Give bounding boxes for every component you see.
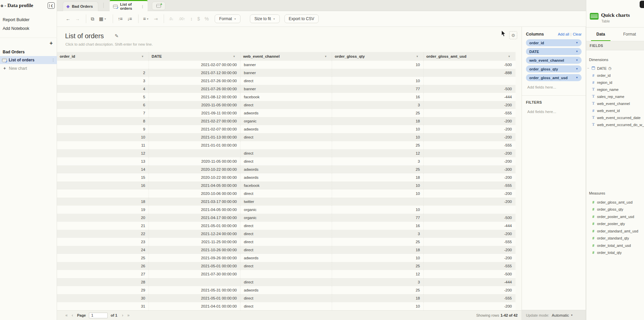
table-row[interactable]: 162021-04-05 00:00:00facebook10-555 — [57, 181, 516, 190]
next-page-button[interactable]: › — [122, 313, 123, 318]
table-row[interactable]: 262021-05-01 00:00:00direct25-555 — [57, 262, 516, 270]
measure-order_poster_amt_usd[interactable]: #order_poster_amt_usd — [586, 213, 644, 220]
column-pill-order_gloss_qty[interactable]: order_gloss_qty▼ — [526, 65, 582, 72]
sidebar-item-add-notebook[interactable]: Add Notebook — [3, 26, 29, 31]
tab-menu-icon[interactable]: ⋮ — [141, 5, 144, 8]
sort-caret-icon[interactable]: ▼ — [508, 55, 511, 58]
filters-add-fields-dropzone[interactable]: Add fields here... — [527, 110, 586, 114]
chart-type-icon[interactable]: ▦▼ — [99, 16, 106, 21]
dimension-web_event_occurred_date[interactable]: Tweb_event_occurred_date — [586, 114, 644, 121]
page-input[interactable] — [89, 313, 108, 318]
measure-order_gloss_qty[interactable]: #order_gloss_qty — [586, 206, 644, 213]
tab-list-of-orders[interactable]: List of orders ⋮ — [110, 0, 148, 11]
tab-format[interactable]: Format — [615, 28, 644, 41]
sort-caret-icon[interactable]: ▼ — [324, 55, 327, 58]
tab-bad-orders[interactable]: ◈ Bad Orders — [63, 1, 98, 11]
measure-order_total_qty[interactable]: #order_total_qty — [586, 249, 644, 256]
pill-chevron-icon[interactable]: ▼ — [576, 76, 578, 79]
table-row[interactable]: 62020-11-05 00:00:00direct3-200 — [57, 101, 516, 109]
column-header-order_gloss_qty[interactable]: order_gloss_qty▼ — [332, 52, 423, 61]
sort-ascending-icon[interactable]: ↑≡ — [118, 16, 122, 21]
sidebar-item-bad-orders[interactable]: Bad Orders — [3, 50, 24, 54]
tab-data[interactable]: Data — [586, 28, 615, 41]
sort-descending-icon[interactable]: ↓≡ — [127, 16, 131, 21]
table-row[interactable]: 32021-07-26 00:00:00direct10 — [57, 77, 516, 85]
align-icon[interactable]: ≡▼ — [143, 16, 149, 21]
pill-chevron-icon[interactable]: ▼ — [576, 59, 578, 62]
chart-title[interactable]: List of orders — [65, 32, 104, 40]
format-button[interactable]: Format▼ — [215, 14, 240, 23]
prev-page-button[interactable]: ‹ — [72, 313, 73, 318]
table-row[interactable]: 28direct3-444 — [57, 278, 516, 286]
sort-caret-icon[interactable]: ▼ — [233, 55, 235, 58]
edit-title-icon[interactable]: ✎ — [115, 33, 119, 39]
table-row[interactable]: 2020-10-06 00:00:00direct10-200 — [57, 190, 516, 198]
table-row[interactable]: 232021-11-25 00:00:00direct25-555 — [57, 238, 516, 246]
table-row[interactable]: 112021-01-01 00:00:0025-555 — [57, 141, 516, 149]
measure-order_standard_qty[interactable]: #order_standard_qty — [586, 235, 644, 242]
dimension-DATE[interactable]: −DATE◷ — [586, 65, 644, 72]
columns-add-fields-dropzone[interactable]: Add fields here... — [527, 85, 586, 89]
column-pill-web_event_channel[interactable]: web_event_channel▼ — [526, 57, 582, 64]
sidebar-collapse-button[interactable]: ❮ — [48, 2, 55, 9]
sidebar-item-report-builder[interactable]: Report Builder — [3, 17, 30, 22]
table-row[interactable]: 12direct12-200 — [57, 149, 516, 157]
dimension-web_event_channel[interactable]: Tweb_event_channel — [586, 100, 644, 107]
clear-link[interactable]: Clear — [573, 32, 582, 36]
measure-order_gloss_amt_usd[interactable]: #order_gloss_amt_usd — [586, 199, 644, 206]
table-row[interactable]: 222021-12-24 00:00:00direct3-200 — [57, 230, 516, 238]
pill-chevron-icon[interactable]: ▼ — [576, 41, 578, 44]
last-page-button[interactable]: » — [127, 313, 130, 318]
table-row[interactable]: 182021-03-17 00:00:00twitter-200 — [57, 198, 516, 206]
sort-caret-icon[interactable]: ▼ — [141, 55, 144, 58]
table-row[interactable]: 92021-02-07 00:00:00adwords10-200 — [57, 125, 516, 133]
table-row[interactable]: 132020-11-05 00:00:00direct3-200 — [57, 157, 516, 165]
add-all-link[interactable]: Add all — [558, 32, 569, 36]
dimension-sales_rep_name[interactable]: Tsales_rep_name — [586, 93, 644, 100]
table-row[interactable]: 102021-01-13 00:00:00direct10-200 — [57, 133, 516, 141]
table-row[interactable]: 302021-05-01 00:00:00direct18-555 — [57, 294, 516, 302]
size-to-fit-button[interactable]: Size to fit▼ — [250, 14, 279, 23]
item-menu-icon[interactable]: ⋮ — [51, 58, 55, 62]
column-pill-order_gloss_amt_usd[interactable]: order_gloss_amt_usd▼ — [526, 74, 582, 81]
table-row[interactable]: 142020-10-22 00:00:00adwords25-300 — [57, 165, 516, 173]
table-row[interactable]: 312021-04-01 00:00:00direct10-200 — [57, 302, 516, 310]
measure-order_poster_qty[interactable]: #order_poster_qty — [586, 220, 644, 227]
column-header-order_id[interactable]: order_id▼ — [57, 52, 149, 61]
add-report-button[interactable]: + — [50, 40, 53, 46]
table-row[interactable]: 272021-07-30 00:00:0012-500 — [57, 270, 516, 278]
dimension-region_id[interactable]: #region_id — [586, 79, 644, 86]
dimension-order_id[interactable]: #order_id — [586, 72, 644, 79]
pill-chevron-icon[interactable]: ▼ — [576, 67, 578, 70]
table-row[interactable]: 82021-02-27 00:00:00organic18-200 — [57, 117, 516, 125]
column-header-order_gloss_amt_usd[interactable]: order_gloss_amt_usd▼ — [423, 52, 515, 61]
dimension-region_name[interactable]: Tregion_name — [586, 86, 644, 93]
table-row[interactable]: 72021-09-11 00:00:00adwords25-555 — [57, 109, 516, 117]
new-chart-tab-button[interactable] — [152, 2, 165, 10]
table-row[interactable]: 252021-09-26 00:00:00adwords10-200 — [57, 254, 516, 262]
table-row[interactable]: 152020-10-22 00:00:00adwords18-200 — [57, 173, 516, 181]
dimension-web_event_occurred_do_w_n[interactable]: Tweb_event_occurred_do_w_n — [586, 121, 644, 128]
sidebar-item-list-of-orders[interactable]: List of orders ⋮ — [0, 56, 57, 64]
sidebar-item-new-chart[interactable]: + New chart — [3, 66, 27, 71]
table-row[interactable]: 242021-10-26 00:00:00direct18-200 — [57, 246, 516, 254]
table-row[interactable]: 2021-02-07 00:00:00banner10-500 — [57, 61, 516, 69]
export-csv-button[interactable]: Export to CSV — [284, 14, 319, 23]
pill-chevron-icon[interactable]: ▼ — [576, 50, 578, 53]
table-row[interactable]: 292021-05-31 00:00:00adwords25-200 — [57, 286, 516, 294]
undo-icon[interactable]: ← — [66, 16, 70, 21]
table-row[interactable]: 22021-07-12 00:00:00banner-888 — [57, 69, 516, 77]
chart-settings-button[interactable]: ⚙ — [509, 31, 517, 39]
sort-caret-icon[interactable]: ▼ — [416, 55, 419, 58]
table-row[interactable]: 42021-07-26 00:00:00banner77-500 — [57, 85, 516, 93]
measure-order_standard_amt_usd[interactable]: #order_standard_amt_usd — [586, 227, 644, 234]
table-row[interactable]: 192021-04-05 00:00:00organic10 — [57, 206, 516, 214]
column-header-web_event_channel[interactable]: web_event_channel▼ — [240, 52, 332, 61]
column-pill-DATE[interactable]: DATE▼ — [526, 48, 582, 55]
dimension-web_event_id[interactable]: #web_event_id — [586, 107, 644, 114]
update-mode-select[interactable]: Automatic — [552, 313, 569, 317]
table-row[interactable]: 202021-04-17 00:00:00organic77-500 — [57, 214, 516, 222]
table-row[interactable]: 212021-05-01 00:00:00direct16-444 — [57, 222, 516, 230]
column-pill-order_id[interactable]: order_id▼ — [526, 39, 582, 46]
chart-description-placeholder[interactable]: Click to add chart description. Shift-en… — [65, 42, 153, 46]
